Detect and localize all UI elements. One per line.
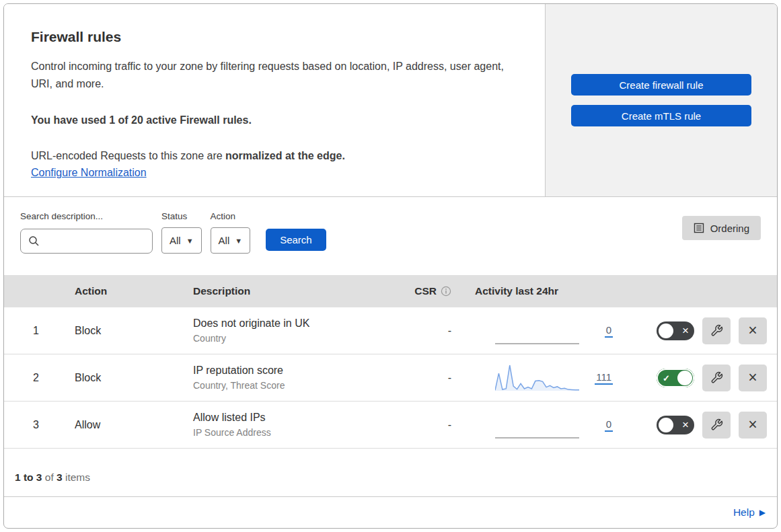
edit-rule-button[interactable] (702, 365, 731, 391)
rule-description: IP reputation score (193, 365, 411, 377)
rule-action: Allow (68, 419, 189, 431)
filter-bar: Search description... Status All ▼ Actio… (4, 197, 777, 275)
items-word: items (63, 471, 90, 484)
chevron-down-icon: ▼ (235, 237, 242, 245)
search-button[interactable]: Search (266, 229, 326, 251)
rule-csr: - (411, 372, 461, 384)
status-value: All (170, 235, 181, 246)
action-select[interactable]: All ▼ (211, 227, 251, 254)
rule-activity-cell: 111 (461, 363, 623, 393)
rule-activity-cell: 0 (461, 410, 623, 440)
items-of: of (42, 471, 57, 484)
column-description: Description (189, 285, 411, 297)
rule-enabled-toggle[interactable]: × ✓ (657, 321, 694, 340)
table-row: 2 Block IP reputation score Country, Thr… (4, 354, 777, 402)
rule-enabled-toggle[interactable]: × ✓ (657, 416, 694, 434)
rule-csr: - (411, 325, 461, 337)
edit-rule-button[interactable] (702, 317, 731, 344)
action-value: All (219, 235, 230, 246)
close-icon: × (748, 417, 757, 432)
toggle-knob (659, 418, 673, 432)
action-label: Action (211, 211, 251, 221)
usage-note: You have used 1 of 20 active Firewall ru… (31, 112, 518, 129)
rule-activity-cell: 0 (461, 316, 623, 346)
help-link[interactable]: Help ▶ (733, 506, 766, 519)
toggle-off-icon: × (682, 325, 689, 336)
column-activity: Activity last 24hr (461, 285, 623, 297)
activity-count-link[interactable]: 111 (595, 371, 613, 385)
items-total: 3 (57, 471, 63, 484)
ordered-list-icon (694, 223, 704, 233)
wrench-icon (710, 418, 723, 431)
toggle-off-icon: × (682, 419, 689, 430)
help-link-label: Help (733, 506, 755, 519)
edit-rule-button[interactable] (702, 412, 731, 439)
page-description: Control incoming traffic to your zone by… (31, 58, 518, 93)
toggle-on-icon: ✓ (663, 373, 670, 382)
delete-rule-button[interactable]: × (739, 412, 767, 439)
status-label: Status (161, 211, 202, 221)
table-header: Action Description CSR Activity last 24h… (4, 275, 777, 307)
ordering-button[interactable]: Ordering (682, 216, 761, 240)
table-row: 1 Block Does not originate in UK Country… (4, 307, 777, 354)
activity-sparkline (495, 316, 579, 346)
rule-enabled-toggle[interactable]: × ✓ (657, 369, 694, 387)
toggle-knob (677, 371, 692, 385)
activity-sparkline (495, 410, 579, 440)
normalization-prefix: URL-encoded Requests to this zone are (31, 150, 225, 161)
rule-description-cell: Allow listed IPs IP Source Address (189, 412, 411, 438)
rule-fields: Country, Threat Score (193, 380, 411, 391)
rule-priority: 3 (4, 419, 68, 431)
rule-action: Block (68, 372, 189, 384)
status-select[interactable]: All ▼ (161, 227, 202, 254)
rule-controls: × ✓ × (623, 412, 777, 439)
column-action: Action (68, 285, 189, 297)
search-icon (28, 235, 40, 247)
rule-fields: IP Source Address (193, 427, 411, 438)
wrench-icon (710, 324, 723, 337)
rule-priority: 1 (4, 325, 68, 337)
status-field-group: Status All ▼ (161, 211, 202, 254)
rule-priority: 2 (4, 372, 68, 384)
action-panel: Create firewall rule Create mTLS rule (545, 4, 777, 196)
rule-csr: - (411, 419, 461, 431)
close-icon: × (748, 370, 757, 385)
hero-section: Firewall rules Control incoming traffic … (4, 4, 777, 197)
rule-description: Allow listed IPs (193, 412, 411, 424)
items-range: 1 to 3 (15, 471, 42, 484)
arrow-right-icon: ▶ (759, 508, 766, 517)
rule-fields: Country (193, 333, 411, 344)
firewall-rules-panel: Firewall rules Control incoming traffic … (3, 3, 778, 529)
rule-controls: × ✓ × (623, 365, 777, 391)
activity-sparkline (495, 363, 579, 393)
activity-count-link[interactable]: 0 (605, 324, 613, 338)
activity-count-link[interactable]: 0 (605, 418, 613, 432)
ordering-button-label: Ordering (710, 223, 749, 234)
delete-rule-button[interactable]: × (739, 317, 767, 344)
create-firewall-rule-button[interactable]: Create firewall rule (571, 74, 751, 96)
info-icon[interactable] (441, 286, 451, 297)
rule-controls: × ✓ × (623, 317, 777, 344)
create-mtls-rule-button[interactable]: Create mTLS rule (571, 105, 751, 126)
help-bar: Help ▶ (4, 497, 777, 527)
toggle-knob (659, 324, 673, 338)
rule-description: Does not originate in UK (193, 317, 411, 330)
search-box[interactable] (20, 229, 153, 254)
rule-description-cell: IP reputation score Country, Threat Scor… (189, 365, 411, 391)
wrench-icon (710, 371, 723, 384)
normalization-bold: normalized at the edge. (225, 150, 345, 161)
hero-text-column: Firewall rules Control incoming traffic … (4, 4, 545, 196)
configure-normalization-link[interactable]: Configure Normalization (31, 167, 147, 178)
pagination-summary: 1 to 3 of 3 items (4, 449, 777, 497)
page-title: Firewall rules (31, 29, 518, 45)
close-icon: × (748, 323, 757, 338)
search-field-group: Search description... (20, 211, 153, 254)
column-csr: CSR (411, 285, 461, 297)
rule-action: Block (68, 325, 189, 337)
table-row: 3 Allow Allow listed IPs IP Source Addre… (4, 402, 777, 449)
normalization-note: URL-encoded Requests to this zone are no… (31, 147, 518, 165)
search-label: Search description... (20, 211, 153, 221)
column-csr-label: CSR (414, 285, 437, 297)
delete-rule-button[interactable]: × (739, 365, 767, 391)
search-input[interactable] (45, 236, 145, 247)
